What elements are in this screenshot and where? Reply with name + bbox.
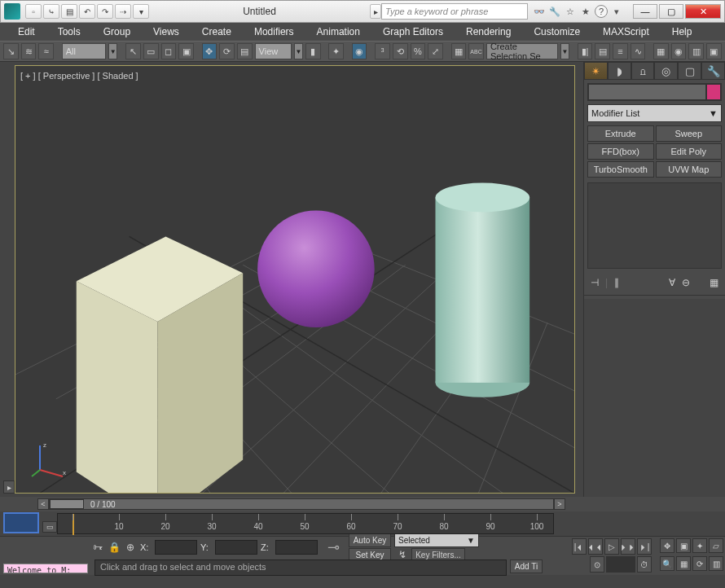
nav-zoomall-icon[interactable]: ▦ <box>676 556 691 571</box>
menu-animation[interactable]: Animation <box>307 24 370 39</box>
help-more-icon[interactable]: ▾ <box>610 5 623 18</box>
align-icon[interactable]: ▤ <box>595 43 610 59</box>
time-slider-track[interactable]: 0 / 100 <box>49 498 554 510</box>
save-icon[interactable]: ▤ <box>61 4 77 19</box>
goto-end-icon[interactable]: ⏵| <box>637 538 652 555</box>
nav-zoomext-icon[interactable]: ▣ <box>676 538 691 553</box>
keymode-select[interactable]: Selected▼ <box>394 533 479 547</box>
pct-snap-icon[interactable]: % <box>411 43 426 59</box>
select-tool-icon[interactable]: ↖ <box>125 43 141 59</box>
manipulate-icon[interactable]: ✦ <box>328 43 344 59</box>
y-input[interactable] <box>215 540 257 555</box>
nav-pan-icon[interactable]: ✥ <box>660 538 674 553</box>
link-icon[interactable]: ⇢ <box>115 4 131 19</box>
mod-editpoly[interactable]: Edit Poly <box>656 143 723 160</box>
show-result-icon[interactable]: ∥ <box>614 277 619 288</box>
menu-maxscript[interactable]: MAXScript <box>593 24 659 39</box>
make-unique-icon[interactable]: ∀ <box>669 277 675 288</box>
keymode-icon[interactable]: ◉ <box>352 43 367 59</box>
ref-coord-dd[interactable]: ▼ <box>294 43 303 59</box>
x-input[interactable] <box>155 540 197 555</box>
menu-views[interactable]: Views <box>143 24 189 39</box>
binoculars-icon[interactable]: 👓 <box>533 5 546 18</box>
remove-mod-icon[interactable]: ⊖ <box>682 277 690 288</box>
frame-input[interactable] <box>606 556 635 573</box>
tab-motion-icon[interactable]: ◎ <box>654 62 678 80</box>
z-input[interactable] <box>275 540 318 555</box>
trackbar[interactable]: 102030405060708090100 <box>57 513 554 534</box>
rotate-tool-icon[interactable]: ⟳ <box>219 43 235 59</box>
nav-zoom-icon[interactable]: 🔍 <box>660 556 674 571</box>
layers-icon[interactable]: ≡ <box>613 43 628 59</box>
new-icon[interactable]: ▫ <box>25 4 42 19</box>
menu-tools[interactable]: Tools <box>48 24 90 39</box>
favorite-icon[interactable]: ★ <box>579 5 592 18</box>
selection-filter-dd[interactable]: ▼ <box>108 43 117 59</box>
nav-orbit-icon[interactable]: ⟳ <box>692 556 707 571</box>
move-tool-icon[interactable]: ✥ <box>202 43 218 59</box>
menu-modifiers[interactable]: Modifiers <box>244 24 304 39</box>
render-icon[interactable]: ▣ <box>706 43 722 59</box>
curve-editor-icon[interactable]: ∿ <box>631 43 646 59</box>
autokey-button[interactable]: Auto Key <box>349 533 391 547</box>
viewport-expand-icon[interactable]: ▸ <box>3 480 15 494</box>
help-icon[interactable]: ? <box>595 5 608 18</box>
mod-uvwmap[interactable]: UVW Map <box>656 161 723 178</box>
app-icon[interactable] <box>4 3 20 20</box>
nav-fov-icon[interactable]: ▱ <box>709 538 723 553</box>
time-config-icon[interactable]: ⏱ <box>637 556 652 573</box>
bind-tool-icon[interactable]: ≈ <box>38 43 54 59</box>
redo-icon[interactable]: ↷ <box>97 4 113 19</box>
goto-start-icon[interactable]: |⏴ <box>572 538 587 555</box>
selection-set[interactable]: Create Selection Se <box>486 43 558 59</box>
rect-select-icon[interactable]: ◻ <box>161 43 177 59</box>
help-search-input[interactable]: Type a keyword or phrase <box>381 3 528 20</box>
play-icon[interactable]: ▷ <box>604 538 619 555</box>
object-color-swatch[interactable] <box>706 84 721 100</box>
window-crossing-icon[interactable]: ▣ <box>178 43 194 59</box>
open-icon[interactable]: ⤷ <box>43 4 59 19</box>
angle-snap-icon[interactable]: ⟲ <box>393 43 408 59</box>
nav-truck-icon[interactable]: ✦ <box>692 538 707 553</box>
mod-turbosmooth[interactable]: TurboSmooth <box>587 161 654 178</box>
selection-set-dd[interactable]: ▼ <box>560 43 569 59</box>
schematic-icon[interactable]: ▦ <box>653 43 669 59</box>
menu-rendering[interactable]: Rendering <box>456 24 521 39</box>
key-step-icon[interactable]: ⊙ <box>590 556 604 573</box>
tab-create-icon[interactable]: ✴ <box>584 62 608 80</box>
close-button[interactable]: ✕ <box>685 4 721 19</box>
lock2-icon[interactable]: 🔒 <box>108 541 121 554</box>
maximize-button[interactable]: ▢ <box>659 4 683 19</box>
menu-grapheditors[interactable]: Graph Editors <box>373 24 453 39</box>
qat-more-icon[interactable]: ▾ <box>133 4 149 19</box>
pin-stack-icon[interactable]: ⊣ <box>591 277 599 288</box>
selection-filter[interactable]: All <box>62 43 106 59</box>
render-setup-icon[interactable]: ▥ <box>688 43 704 59</box>
abc-icon[interactable]: ABC <box>468 43 484 59</box>
modifier-stack[interactable] <box>587 182 722 269</box>
menu-customize[interactable]: Customize <box>524 24 590 39</box>
maxscript-listener[interactable]: Welcome to M: <box>3 564 88 573</box>
ref-coord[interactable]: View <box>255 43 292 59</box>
star-icon[interactable]: ☆ <box>564 5 577 18</box>
pivot-icon[interactable]: ▮ <box>305 43 321 59</box>
mod-sweep[interactable]: Sweep <box>656 125 723 142</box>
abs-rel-icon[interactable]: ⊕ <box>124 541 137 554</box>
tab-modify-icon[interactable]: ◗ <box>608 62 631 80</box>
menu-help[interactable]: Help <box>662 24 702 39</box>
unlink-tool-icon[interactable]: ≋ <box>21 43 37 59</box>
viewport[interactable]: [ + ] [ Perspective ] [ Shaded ] <box>15 65 575 494</box>
configure-icon[interactable]: ▦ <box>710 277 718 288</box>
undo-icon[interactable]: ↶ <box>79 4 95 19</box>
time-scroll-left-icon[interactable]: < <box>37 498 49 510</box>
mod-extrude[interactable]: Extrude <box>587 125 654 142</box>
time-slider-handle[interactable] <box>50 499 84 509</box>
tab-utilities-icon[interactable]: 🔧 <box>701 62 725 80</box>
spinner-snap-icon[interactable]: ⤢ <box>428 43 443 59</box>
lock-icon[interactable]: 🗝 <box>91 541 104 554</box>
scale-tool-icon[interactable]: ▤ <box>237 43 253 59</box>
mirror-icon[interactable]: ▮| <box>578 43 593 59</box>
modifier-list-dropdown[interactable]: Modifier List▼ <box>587 104 722 122</box>
snap-2d-icon[interactable]: ³ <box>375 43 390 59</box>
menu-group[interactable]: Group <box>94 24 140 39</box>
